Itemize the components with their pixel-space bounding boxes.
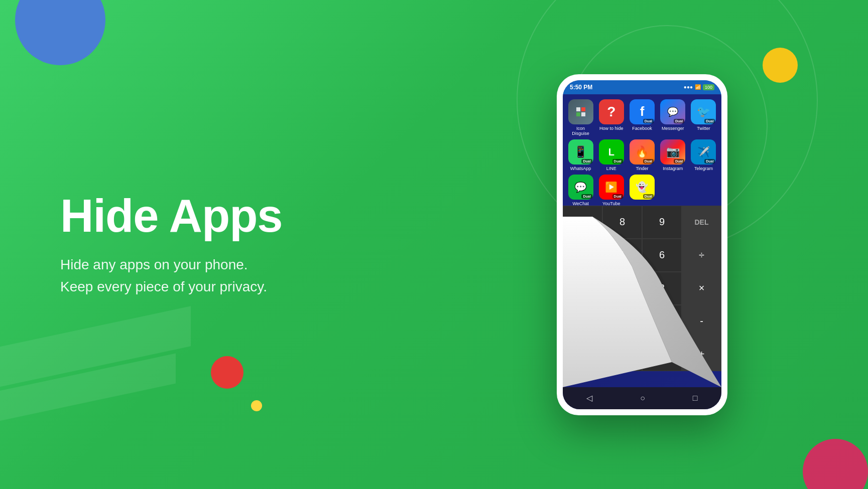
app-area: IconDisguise ? How to hide f Dual Facebo… <box>563 94 721 387</box>
app-icon-messenger: 💬 Dual <box>660 99 685 124</box>
app-item-twitter[interactable]: 🐦 Dual Twitter <box>690 99 717 137</box>
calc-btn-6[interactable]: 6 <box>642 239 682 272</box>
left-content: Hide Apps Hide any apps on your phone. K… <box>0 0 351 489</box>
signal-icon: ●●● <box>684 84 693 90</box>
svg-rect-3 <box>581 112 585 116</box>
app-icon-whatsapp: 📱 Dual <box>568 139 593 165</box>
app-label-twitter: Twitter <box>697 126 710 131</box>
calc-btn-4[interactable]: 4 <box>563 239 602 272</box>
youtube-dual-badge: Dual <box>612 194 623 199</box>
calc-btn-minus[interactable]: - <box>682 305 721 338</box>
calculator: 7 8 9 DEL 4 5 6 ÷ 1 2 <box>563 206 721 371</box>
app-icon-howto: ? <box>599 99 624 124</box>
calc-btn-plus[interactable]: + <box>682 338 721 371</box>
phone-outer: 5:50 PM ●●● 📶 100 <box>557 74 727 415</box>
calc-row-3: 1 2 3 × <box>563 272 721 305</box>
svg-rect-2 <box>576 112 580 116</box>
svg-rect-0 <box>576 107 580 111</box>
nav-back-button[interactable]: ◁ <box>586 393 592 403</box>
calc-btn-empty2 <box>602 338 642 371</box>
calc-btn-empty1 <box>563 338 602 371</box>
app-icon-telegram: ✈️ Dual <box>691 139 716 165</box>
app-item-wechat[interactable]: 💬 Dual WeChat <box>567 175 594 207</box>
messenger-dual-badge: Dual <box>674 119 684 123</box>
twitter-dual-badge: Dual <box>704 119 715 123</box>
subtitle: Hide any apps on your phone. Keep every … <box>60 254 351 297</box>
snapchat-dual-badge: Dual <box>643 194 654 199</box>
app-item-tinder[interactable]: 🔥 Dual Tinder <box>628 139 656 172</box>
background: Hide Apps Hide any apps on your phone. K… <box>0 0 868 489</box>
app-label-howto: How to hide <box>599 126 624 131</box>
app-item-howto[interactable]: ? How to hide <box>597 99 625 137</box>
subtitle-line1: Hide any apps on your phone. <box>60 257 248 272</box>
wechat-dual-badge: Dual <box>581 194 592 199</box>
status-icons: ●●● 📶 100 <box>684 84 714 90</box>
calc-btn-del[interactable]: DEL <box>682 206 721 239</box>
app-item-facebook[interactable]: f Dual Facebook <box>628 99 656 137</box>
whatsapp-dual-badge: Dual <box>581 159 592 164</box>
calc-row-5: + <box>563 338 721 371</box>
deco-yellow-circle <box>763 48 798 83</box>
battery-icon: 100 <box>703 84 714 90</box>
app-icon-instagram: 📷 Dual <box>660 139 685 165</box>
calc-btn-divide[interactable]: ÷ <box>682 239 721 272</box>
app-item-whatsapp[interactable]: 📱 Dual WhatsApp <box>567 139 594 172</box>
calc-btn-3[interactable]: 3 <box>642 272 682 305</box>
app-label-facebook: Facebook <box>632 126 652 131</box>
app-label-telegram: Telegram <box>694 166 713 172</box>
nav-recents-button[interactable]: □ <box>693 394 698 403</box>
app-item-instagram[interactable]: 📷 Dual Instagram <box>659 139 687 172</box>
app-label-line: LINE <box>606 166 616 172</box>
phone-inner: 5:50 PM ●●● 📶 100 <box>563 80 721 409</box>
app-label-whatsapp: WhatsApp <box>570 166 591 172</box>
app-icon-youtube: ▶️ Dual <box>599 175 624 200</box>
calc-btn-0[interactable]: 0 <box>602 305 642 338</box>
main-title: Hide Apps <box>60 192 351 240</box>
app-icon-snapchat: 👻 Dual <box>630 175 655 200</box>
svg-rect-1 <box>581 107 585 111</box>
app-label-tinder: Tinder <box>636 166 648 172</box>
app-icon-disguise <box>568 99 593 124</box>
app-label-instagram: Instagram <box>663 166 683 172</box>
calc-btn-7[interactable]: 7 <box>563 206 602 239</box>
app-icon-twitter: 🐦 Dual <box>691 99 716 124</box>
app-item-messenger[interactable]: 💬 Dual Messenger <box>659 99 687 137</box>
deco-pink-blob <box>803 439 868 489</box>
status-time: 5:50 PM <box>570 84 592 91</box>
app-item-telegram[interactable]: ✈️ Dual Telegram <box>690 139 717 172</box>
app-icon-facebook: f Dual <box>630 99 655 124</box>
telegram-dual-badge: Dual <box>704 159 715 164</box>
calc-btn-9[interactable]: 9 <box>642 206 682 239</box>
wifi-icon: 📶 <box>695 84 701 90</box>
calc-row-2: 4 5 6 ÷ <box>563 239 721 272</box>
app-label-disguise: IconDisguise <box>572 126 589 137</box>
app-item-line[interactable]: L Dual LINE <box>597 139 625 172</box>
app-icon-wechat: 💬 Dual <box>568 175 593 200</box>
phone-mockup: 5:50 PM ●●● 📶 100 <box>557 74 727 415</box>
calc-btn-empty3 <box>642 338 682 371</box>
calc-btn-dot[interactable]: . <box>563 305 602 338</box>
calc-btn-1[interactable]: 1 <box>563 272 602 305</box>
app-icon-line: L Dual <box>599 139 624 165</box>
calc-btn-multiply[interactable]: × <box>682 272 721 305</box>
app-item-youtube[interactable]: ▶️ Dual YouTube <box>597 175 625 207</box>
calc-btn-5[interactable]: 5 <box>602 239 642 272</box>
tinder-dual-badge: Dual <box>643 159 654 164</box>
calc-btn-2[interactable]: 2 <box>602 272 642 305</box>
app-grid: IconDisguise ? How to hide f Dual Facebo… <box>566 98 718 208</box>
calc-btn-equals[interactable]: = <box>642 305 682 338</box>
app-label-messenger: Messenger <box>662 126 684 131</box>
subtitle-line2: Keep every piece of your privacy. <box>60 279 267 294</box>
nav-home-button[interactable]: ○ <box>640 394 645 403</box>
calc-row-1: 7 8 9 DEL <box>563 206 721 239</box>
app-item-disguise[interactable]: IconDisguise <box>567 99 594 137</box>
calc-row-4: . 0 = - <box>563 305 721 338</box>
app-item-snapchat[interactable]: 👻 Dual <box>628 175 656 207</box>
line-dual-badge: Dual <box>612 159 623 164</box>
instagram-dual-badge: Dual <box>674 159 684 164</box>
status-bar: 5:50 PM ●●● 📶 100 <box>563 80 721 94</box>
app-icon-tinder: 🔥 Dual <box>630 139 655 165</box>
nav-bar: ◁ ○ □ <box>563 387 721 409</box>
facebook-dual-badge: Dual <box>643 119 654 123</box>
calc-btn-8[interactable]: 8 <box>602 206 642 239</box>
